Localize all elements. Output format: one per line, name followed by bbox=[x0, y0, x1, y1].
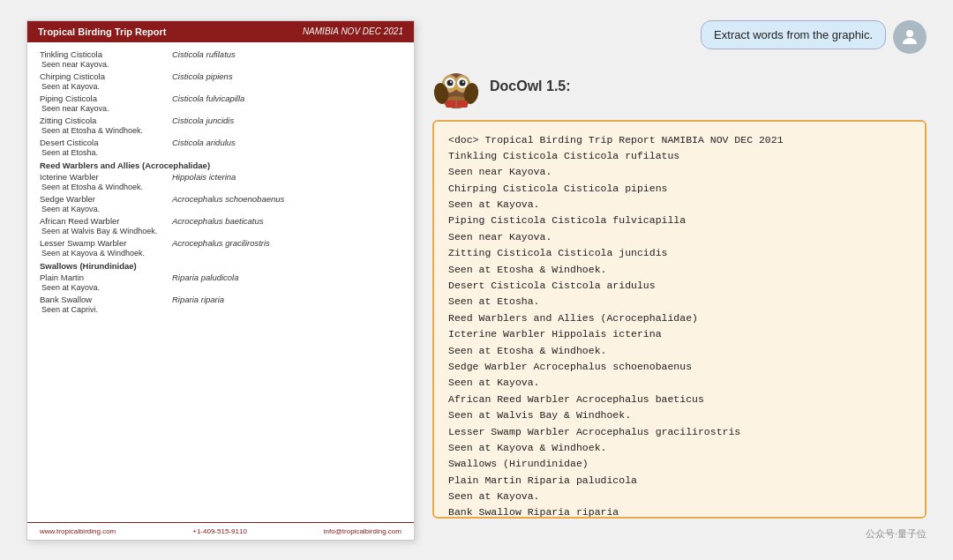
doc-row: Lesser Swamp WarblerAcrocephalus gracili… bbox=[40, 238, 401, 248]
extracted-line: Seen at Walvis Bay & Windhoek. bbox=[448, 407, 911, 423]
doc-note: Seen at Kayova. bbox=[40, 283, 401, 292]
extracted-text-box: <doc> Tropical Birding Trip Report NAMIB… bbox=[432, 120, 927, 519]
doc-note: Seen at Caprivi. bbox=[40, 305, 401, 314]
watermark-row: 公众号·量子位 bbox=[432, 527, 927, 541]
extracted-line: Seen at Kayova. bbox=[448, 375, 911, 391]
bird-name: Sedge Warbler bbox=[40, 194, 163, 204]
extracted-line: Piping Cisticola Cisticola fulvicapilla bbox=[448, 213, 911, 228]
svg-point-7 bbox=[460, 79, 466, 86]
doc-section-header: Reed Warblers and Allies (Acrocephalidae… bbox=[40, 161, 401, 170]
extracted-line: Tinkling Cisticola Cisticola rufilatus bbox=[448, 148, 911, 164]
doc-row: Tinkling CisticolaCisticola rufilatus bbox=[40, 49, 401, 59]
doc-note: Seen at Kayova & Windhoek. bbox=[40, 249, 401, 258]
doc-row: Zitting CisticolaCisticola juncidis bbox=[40, 116, 401, 125]
doc-header: Tropical Birding Trip Report NAMIBIA NOV… bbox=[27, 21, 414, 42]
doc-note: Seen at Etosha & Windhoek. bbox=[40, 126, 401, 135]
bird-latin: Acrocephalus baeticatus bbox=[163, 216, 401, 226]
extracted-line: Seen near Kayova. bbox=[448, 229, 911, 245]
doc-note: Seen at Kayova. bbox=[40, 205, 401, 213]
doc-row: Sedge WarblerAcrocephalus schoenobaenus bbox=[40, 194, 401, 204]
doc-row: Piping CisticolaCisticola fulvicapilla bbox=[40, 93, 401, 103]
bird-latin: Cisticola fulvicapilla bbox=[163, 93, 401, 103]
owl-row: DocOwl 1.5: bbox=[432, 63, 927, 111]
extracted-line: Seen near Kayova. bbox=[448, 164, 911, 180]
bird-latin: Cisticola aridulus bbox=[163, 138, 401, 147]
extracted-line: Seen at Etosha & Windhoek. bbox=[448, 262, 911, 278]
svg-point-6 bbox=[447, 79, 454, 86]
doc-body: Tinkling CisticolaCisticola rufilatusSee… bbox=[27, 42, 414, 522]
doc-subtitle: NAMIBIA NOV DEC 2021 bbox=[303, 26, 403, 36]
left-panel: Tropical Birding Trip Report NAMIBIA NOV… bbox=[26, 20, 415, 541]
user-avatar bbox=[893, 20, 927, 54]
user-chat-bubble: Extract words from the graphic. bbox=[701, 20, 886, 49]
doc-note: Seen at Kayova. bbox=[40, 82, 401, 91]
user-message-text: Extract words from the graphic. bbox=[714, 28, 873, 41]
owl-icon bbox=[432, 63, 481, 111]
chat-bubble-row: Extract words from the graphic. bbox=[432, 20, 927, 54]
extracted-line: Icterine Warbler Hippolais icterina bbox=[448, 326, 911, 342]
bird-latin: Cisticola rufilatus bbox=[163, 49, 401, 59]
doc-footer: www.tropicalbirding.com +1-409-515-9110 … bbox=[27, 522, 414, 540]
bird-latin: Acrocephalus schoenobaenus bbox=[163, 194, 401, 204]
extracted-line: Bank Swallow Riparia riparia bbox=[448, 504, 911, 518]
footer-phone: +1-409-515-9110 bbox=[192, 527, 247, 535]
svg-rect-14 bbox=[446, 101, 468, 108]
doc-note: Seen at Etosha. bbox=[40, 148, 401, 157]
bird-name: Icterine Warbler bbox=[40, 172, 163, 182]
svg-point-8 bbox=[450, 81, 452, 83]
footer-website: www.tropicalbirding.com bbox=[40, 527, 116, 535]
bird-name: Desert Cisticola bbox=[40, 138, 163, 147]
doc-row: Plain MartinRiparia paludicola bbox=[40, 273, 401, 282]
extracted-line: Reed Warblers and Allies (Acrocephalidae… bbox=[448, 310, 911, 326]
bird-latin: Cisticola juncidis bbox=[163, 116, 401, 125]
svg-point-0 bbox=[906, 30, 913, 37]
doc-row: Chirping CisticolaCisticola pipiens bbox=[40, 71, 401, 81]
extracted-line: Seen at Kayova & Windhoek. bbox=[448, 440, 911, 456]
doc-row: Bank SwallowRiparia riparia bbox=[40, 295, 401, 304]
extracted-line: Zitting Cisticola Cisticola juncidis bbox=[448, 245, 911, 261]
extracted-line: Seen at Etosha & Windhoek. bbox=[448, 343, 911, 359]
watermark-text: 公众号·量子位 bbox=[866, 527, 927, 541]
bird-name: Chirping Cisticola bbox=[40, 71, 163, 81]
bird-name: Tinkling Cisticola bbox=[40, 49, 163, 59]
extracted-line: Sedge Warbler Acrocephalus schoenobaenus bbox=[448, 359, 911, 375]
right-panel: Extract words from the graphic. bbox=[432, 20, 927, 541]
bird-latin: Riparia paludicola bbox=[163, 273, 401, 282]
bird-latin: Cisticola pipiens bbox=[163, 71, 401, 81]
bird-latin: Acrocephalus gracilirostris bbox=[163, 238, 401, 248]
doc-row: Icterine WarblerHippolais icterina bbox=[40, 172, 401, 182]
doc-note: Seen at Etosha & Windhoek. bbox=[40, 183, 401, 191]
footer-email: info@tropicalbirding.com bbox=[324, 527, 401, 535]
bird-name: Zitting Cisticola bbox=[40, 116, 163, 125]
doc-title: Tropical Birding Trip Report bbox=[38, 26, 166, 37]
extracted-line: Plain Martin Riparia paludicola bbox=[448, 473, 911, 489]
extracted-line: Lesser Swamp Warbler Acrocephalus gracil… bbox=[448, 424, 911, 440]
extracted-line: <doc> Tropical Birding Trip Report NAMIB… bbox=[448, 132, 911, 148]
extracted-line: Desert Cisticola Cistcola aridulus bbox=[448, 278, 911, 294]
bird-name: Piping Cisticola bbox=[40, 93, 163, 103]
bird-name: Lesser Swamp Warbler bbox=[40, 238, 163, 248]
doc-note: Seen near Kayova. bbox=[40, 104, 401, 113]
bird-latin: Hippolais icterina bbox=[163, 172, 401, 182]
extracted-line: Seen at Kayova. bbox=[448, 197, 911, 213]
svg-point-9 bbox=[462, 81, 464, 83]
extracted-line: Seen at Etosha. bbox=[448, 294, 911, 310]
extracted-line: Chirping Cisticola Cisticola pipiens bbox=[448, 181, 911, 197]
doc-row: Desert CisticolaCisticola aridulus bbox=[40, 138, 401, 147]
main-container: Tropical Birding Trip Report NAMIBIA NOV… bbox=[0, 0, 953, 560]
bird-name: Bank Swallow bbox=[40, 295, 163, 304]
extracted-line: Seen at Kayova. bbox=[448, 489, 911, 504]
extracted-line: Swallows (Hirundinidae) bbox=[448, 456, 911, 472]
owl-label: DocOwl 1.5: bbox=[490, 78, 571, 94]
doc-note: Seen near Kayova. bbox=[40, 60, 401, 69]
bird-latin: Riparia riparia bbox=[163, 295, 401, 304]
doc-note: Seen at Walvis Bay & Windhoek. bbox=[40, 227, 401, 235]
extracted-line: African Reed Warbler Acrocephalus baetic… bbox=[448, 392, 911, 407]
doc-row: African Reed WarblerAcrocephalus baetica… bbox=[40, 216, 401, 226]
bird-name: African Reed Warbler bbox=[40, 216, 163, 226]
doc-section-header: Swallows (Hirundinidae) bbox=[40, 261, 401, 271]
bird-name: Plain Martin bbox=[40, 273, 163, 282]
